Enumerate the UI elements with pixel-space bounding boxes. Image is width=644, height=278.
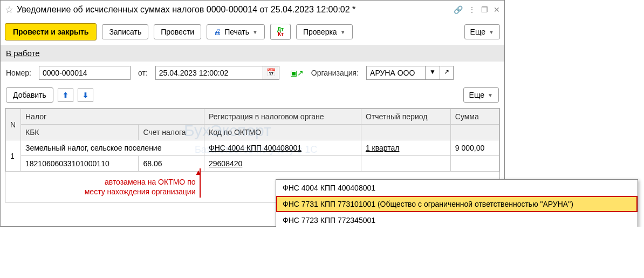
header-row-1: N Налог Регистрация в налоговом органе О…	[6, 109, 499, 125]
restore-icon[interactable]: ❐	[481, 5, 488, 14]
dropdown-arrow-icon: ▼	[489, 29, 494, 35]
cell-sum[interactable]: 9 000,00	[450, 140, 499, 156]
header-row-2: КБК Счет налога Код по ОКТМО	[6, 125, 499, 140]
cell-n: 1	[6, 140, 21, 172]
table-row[interactable]: 1 Земельный налог, сельское поселение ФН…	[6, 140, 499, 156]
col-sum: Сумма	[450, 109, 499, 125]
post-close-button[interactable]: Провести и закрыть	[5, 23, 97, 40]
move-down-button[interactable]: ⬇	[78, 89, 93, 102]
col-oktmo: Код по ОКТМО	[204, 125, 361, 140]
col-tax: Налог	[21, 109, 204, 125]
save-button[interactable]: Записать	[102, 24, 148, 39]
dropdown-item[interactable]: ФНС 4004 КПП 400408001	[276, 180, 638, 196]
number-label: Номер:	[6, 69, 31, 77]
post-button[interactable]: Провести	[154, 24, 201, 39]
col-period: Отчетный период	[361, 109, 450, 125]
from-label: от:	[138, 69, 148, 77]
window-title: Уведомление об исчисленных суммах налого…	[17, 5, 454, 15]
print-icon: 🖨	[214, 28, 221, 36]
col-reg: Регистрация в налоговом органе	[204, 109, 361, 125]
org-input[interactable]	[366, 66, 426, 80]
org-dropdown-button[interactable]: ▼	[426, 66, 440, 80]
more-button[interactable]: Еще ▼	[464, 24, 500, 39]
cell-kbk[interactable]: 18210606033101000110	[21, 156, 139, 172]
cell-oktmo[interactable]: 29608420	[204, 156, 361, 172]
number-input[interactable]	[39, 66, 131, 80]
col-account: Счет налога	[139, 125, 204, 140]
dtkt-button[interactable]: ДтКт	[270, 24, 291, 40]
dropdown-item-highlighted[interactable]: ФНС 7731 КПП 773101001 (Общество с огран…	[276, 196, 638, 212]
col-kbk: КБК	[21, 125, 139, 140]
dropdown-arrow-icon: ▼	[488, 92, 493, 98]
table-row-2[interactable]: 18210606033101000110 68.06 29608420	[6, 156, 499, 172]
cell-tax[interactable]: Земельный налог, сельское поселение	[21, 140, 204, 156]
date-input[interactable]	[155, 66, 263, 80]
print-button[interactable]: 🖨 Печать ▼	[207, 24, 265, 39]
dtkt-icon: ДтКт	[277, 27, 284, 37]
dropdown-item[interactable]: ФНС 7723 КПП 772345001	[276, 212, 638, 227]
status-bar[interactable]: В работе	[1, 45, 504, 62]
dropdown-arrow-icon: ▼	[252, 29, 258, 35]
check-button[interactable]: Проверка ▼	[296, 24, 353, 39]
calendar-icon[interactable]: 📅	[263, 66, 279, 80]
status-text: В работе	[6, 49, 40, 58]
dropdown-arrow-icon: ▼	[340, 29, 346, 35]
favorite-star[interactable]: ☆	[5, 4, 13, 16]
posted-icon: ▣↗	[290, 69, 304, 77]
move-up-button[interactable]: ⬆	[58, 89, 73, 102]
cell-period[interactable]: 1 квартал	[361, 140, 450, 156]
close-icon[interactable]: ✕	[494, 5, 500, 14]
col-n: N	[6, 109, 21, 140]
cell-reg[interactable]: ФНС 4004 КПП 400408001	[204, 140, 361, 156]
kebab-icon[interactable]: ⋮	[468, 5, 476, 14]
org-label: Организация:	[311, 69, 359, 77]
registration-dropdown: ФНС 4004 КПП 400408001 ФНС 7731 КПП 7731…	[276, 179, 638, 227]
link-icon[interactable]: 🔗	[454, 5, 463, 14]
add-row-button[interactable]: Добавить	[6, 87, 53, 103]
org-open-button[interactable]: ↗	[440, 66, 454, 80]
table-more-button[interactable]: Еще ▼	[463, 87, 499, 103]
red-annotation: ▲ автозамена на ОКТМО по месту нахождени…	[10, 175, 200, 199]
